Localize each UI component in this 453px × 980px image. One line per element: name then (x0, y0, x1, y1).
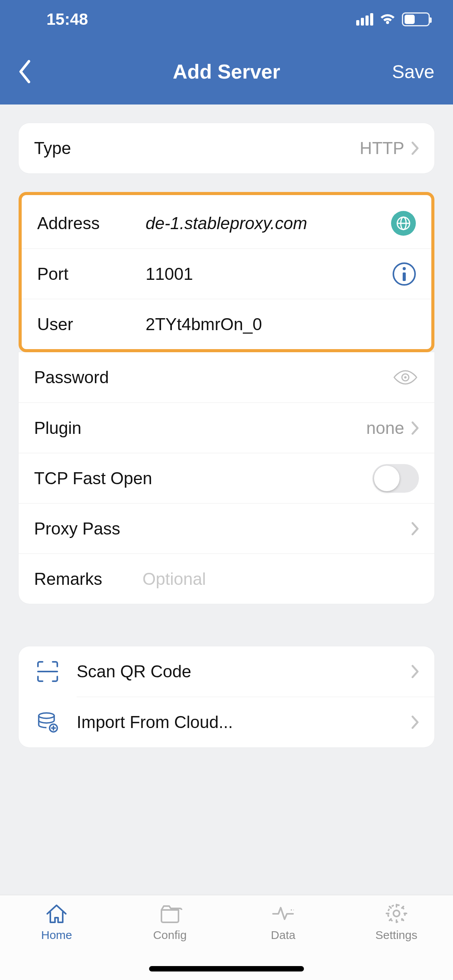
chevron-right-icon (411, 141, 419, 155)
address-label: Address (37, 214, 146, 233)
globe-icon[interactable] (391, 211, 416, 236)
chevron-right-icon (411, 421, 419, 435)
scan-qr-label: Scan QR Code (77, 662, 396, 681)
import-cloud-row[interactable]: Import From Cloud... (19, 697, 434, 747)
status-time: 15:48 (46, 10, 88, 29)
tab-settings[interactable]: Settings (340, 902, 453, 980)
user-input[interactable] (146, 315, 416, 334)
eye-icon[interactable] (392, 368, 419, 386)
scan-qr-row[interactable]: Scan QR Code (19, 646, 434, 697)
user-label: User (37, 315, 146, 334)
status-bar: 15:48 (0, 0, 453, 39)
password-row[interactable]: Password (19, 352, 434, 403)
info-icon[interactable] (393, 262, 416, 286)
tab-data-label: Data (271, 929, 295, 942)
type-label: Type (34, 139, 142, 158)
remarks-input[interactable] (142, 569, 419, 589)
battery-icon (402, 12, 430, 26)
password-input[interactable] (142, 368, 392, 387)
remarks-row[interactable]: Remarks (19, 553, 434, 604)
tab-settings-label: Settings (376, 929, 417, 942)
tcp-row: TCP Fast Open (19, 453, 434, 503)
plugin-row[interactable]: Plugin none (19, 403, 434, 453)
status-icons (356, 12, 430, 26)
save-button[interactable]: Save (380, 61, 434, 82)
svg-point-11 (393, 910, 400, 917)
tcp-label: TCP Fast Open (34, 469, 372, 488)
tcp-toggle[interactable] (372, 464, 419, 493)
wifi-icon (379, 13, 396, 26)
address-row[interactable]: Address (22, 198, 431, 248)
chevron-right-icon (411, 522, 419, 536)
chevron-right-icon (411, 715, 419, 729)
page-title: Add Server (73, 60, 380, 83)
back-button[interactable] (19, 60, 73, 83)
port-label: Port (37, 264, 146, 284)
database-add-icon (34, 711, 61, 733)
svg-point-4 (404, 376, 407, 379)
type-value: HTTP (360, 139, 404, 158)
proxy-row[interactable]: Proxy Pass (19, 503, 434, 553)
plugin-value: none (366, 418, 404, 438)
qr-scan-icon (34, 660, 61, 683)
port-row[interactable]: Port (22, 248, 431, 299)
home-indicator[interactable] (149, 966, 304, 971)
port-input[interactable] (146, 264, 393, 284)
tab-config-label: Config (153, 929, 187, 942)
tab-home-label: Home (41, 929, 72, 942)
highlighted-fields: Address Port User (19, 192, 434, 352)
type-value-wrap: HTTP (360, 139, 419, 158)
remarks-label: Remarks (34, 569, 142, 589)
nav-bar: Add Server Save (0, 39, 453, 105)
proxy-label: Proxy Pass (34, 519, 411, 538)
type-card: Type HTTP (19, 123, 434, 173)
form-card-rest: Password Plugin none TCP Fast Open Proxy… (19, 352, 434, 604)
actions-card: Scan QR Code Import From Cloud... (19, 646, 434, 747)
user-row[interactable]: User (22, 299, 431, 349)
password-label: Password (34, 368, 142, 387)
svg-point-6 (39, 713, 54, 718)
chevron-right-icon (411, 665, 419, 678)
type-row[interactable]: Type HTTP (19, 123, 434, 173)
plugin-label: Plugin (34, 418, 142, 438)
address-input[interactable] (146, 214, 391, 233)
import-cloud-label: Import From Cloud... (77, 713, 396, 732)
cellular-icon (356, 13, 373, 26)
tab-home[interactable]: Home (0, 902, 113, 980)
